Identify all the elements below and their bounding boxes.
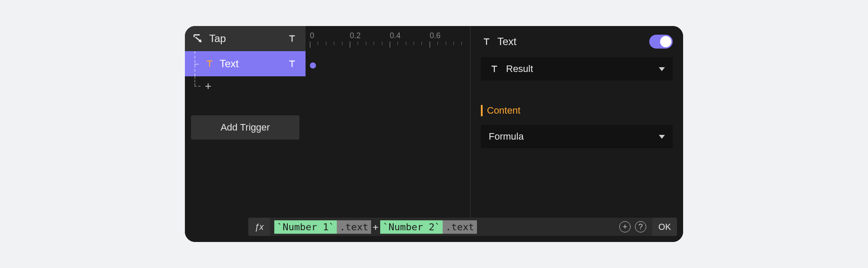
content-section-header: Content bbox=[481, 105, 673, 116]
ruler-tick-2: 0.4 bbox=[390, 31, 430, 40]
text-icon bbox=[489, 63, 500, 75]
inspector-panel: Text Result Content Formula bbox=[470, 26, 683, 218]
section-indicator-icon bbox=[481, 105, 483, 116]
formula-token-var: `Number 1` bbox=[274, 220, 337, 234]
layer-label: Text bbox=[220, 58, 286, 70]
timeline-area[interactable]: 0 0.2 0.4 0.6 bbox=[306, 26, 470, 218]
timeline-layer-text[interactable]: Text bbox=[185, 51, 306, 76]
ruler-tick-1: 0.2 bbox=[350, 31, 390, 40]
text-layer-icon bbox=[204, 58, 215, 69]
plus-icon: + bbox=[623, 222, 628, 232]
formula-actions: + ? bbox=[613, 218, 652, 236]
content-type-label: Formula bbox=[489, 131, 653, 142]
formula-token-var: `Number 2` bbox=[380, 220, 443, 234]
tree-guide-end-icon bbox=[185, 76, 204, 95]
formula-input[interactable]: `Number 1` .text + `Number 2` .text bbox=[270, 218, 613, 236]
section-title: Content bbox=[487, 105, 520, 116]
property-type-icon bbox=[286, 58, 298, 69]
trigger-header[interactable]: Tap bbox=[185, 26, 306, 51]
add-layer-row[interactable]: + bbox=[185, 76, 306, 95]
add-reference-button[interactable]: + bbox=[619, 221, 631, 232]
target-layer-dropdown[interactable]: Result bbox=[481, 57, 673, 81]
ruler-ticks bbox=[310, 42, 470, 48]
ok-label: OK bbox=[658, 222, 671, 232]
ok-button[interactable]: OK bbox=[652, 218, 677, 236]
formula-bar: ƒx `Number 1` .text + `Number 2` .text +… bbox=[185, 218, 683, 242]
enable-toggle[interactable] bbox=[649, 35, 673, 49]
trigger-name: Tap bbox=[209, 33, 226, 45]
toggle-knob bbox=[660, 36, 671, 47]
add-trigger-label: Add Trigger bbox=[220, 122, 270, 133]
inspector-title: Text bbox=[497, 36, 644, 48]
panel-main: Tap Text + Add Tr bbox=[185, 26, 683, 218]
help-icon: ? bbox=[638, 222, 643, 232]
text-icon bbox=[481, 36, 492, 47]
tap-icon bbox=[193, 33, 204, 44]
formula-token-prop: .text bbox=[443, 220, 477, 234]
target-layer-label: Result bbox=[506, 63, 653, 75]
trigger-sidebar: Tap Text + Add Tr bbox=[185, 26, 306, 218]
ruler-tick-0: 0 bbox=[310, 31, 350, 40]
interaction-panel: Tap Text + Add Tr bbox=[185, 26, 683, 242]
content-type-dropdown[interactable]: Formula bbox=[481, 125, 673, 148]
chevron-down-icon bbox=[659, 135, 665, 139]
ruler-tick-3: 0.6 bbox=[430, 31, 470, 40]
fx-button[interactable]: ƒx bbox=[248, 218, 270, 236]
timeline-ruler: 0 0.2 0.4 0.6 bbox=[306, 26, 470, 51]
formula-token-op: + bbox=[371, 222, 380, 232]
plus-icon: + bbox=[205, 80, 211, 92]
add-trigger-button[interactable]: Add Trigger bbox=[191, 115, 299, 140]
formula-help-button[interactable]: ? bbox=[635, 221, 646, 232]
text-type-icon bbox=[286, 33, 298, 44]
fx-label: ƒx bbox=[254, 222, 263, 232]
tree-guide-icon bbox=[185, 51, 204, 76]
inspector-header: Text bbox=[481, 35, 673, 49]
formula-token-prop: .text bbox=[337, 220, 371, 234]
chevron-down-icon bbox=[659, 67, 665, 71]
keyframe-marker[interactable] bbox=[310, 62, 316, 69]
